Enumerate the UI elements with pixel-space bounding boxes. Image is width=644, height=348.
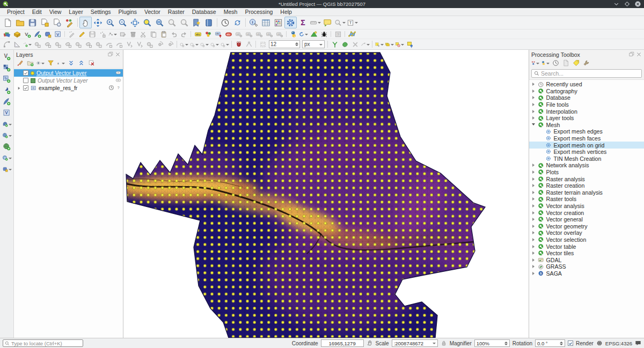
menu-edit[interactable]: Edit — [28, 9, 46, 15]
new-bookmark[interactable] — [191, 17, 203, 28]
toolbox-item-file-tools[interactable]: File tools — [529, 101, 644, 108]
menu-view[interactable]: View — [46, 9, 65, 15]
chevron-collapsed-icon[interactable] — [532, 258, 536, 262]
new-virtual-layer[interactable]: V — [53, 29, 63, 39]
new-temporary-scratch-layer[interactable] — [42, 29, 53, 39]
magnifier-spinner[interactable] — [504, 342, 508, 345]
open-project[interactable] — [14, 17, 26, 28]
chevron-collapsed-icon[interactable] — [532, 238, 536, 241]
toolbox-search[interactable] — [531, 69, 642, 78]
filter-by-expression[interactable]: ε — [56, 59, 65, 68]
layer-visibility-checkbox[interactable] — [23, 78, 28, 83]
add-raster-layer[interactable] — [2, 63, 12, 73]
chevron-collapsed-icon[interactable] — [532, 164, 536, 167]
toolbox-item-plots[interactable]: Plots — [529, 169, 644, 176]
split-features[interactable] — [124, 40, 134, 49]
add-vector-layer[interactable]: V — [2, 51, 12, 62]
layer-diagram-options[interactable] — [203, 29, 213, 39]
rectangle-from-extent[interactable] — [209, 40, 219, 49]
vertex-tool[interactable] — [107, 29, 118, 39]
options[interactable] — [581, 59, 591, 68]
toolbox-item-export-mesh-edges[interactable]: Export mesh edges — [529, 128, 644, 135]
chevron-expanded-icon[interactable] — [532, 122, 536, 127]
temporal-controller[interactable] — [219, 17, 231, 28]
menu-layer[interactable]: Layer — [65, 9, 86, 15]
digitize-with-segment[interactable] — [22, 40, 32, 49]
layer-labeling-options[interactable]: abc — [193, 29, 203, 39]
chevron-collapsed-icon[interactable] — [532, 191, 536, 194]
chevron-collapsed-icon[interactable] — [532, 83, 536, 86]
toggle-editing[interactable] — [77, 29, 87, 39]
collapse-all[interactable] — [76, 59, 86, 68]
select-features[interactable] — [374, 40, 384, 49]
lock-scale-icon[interactable] — [441, 340, 447, 346]
snapping-tolerance[interactable]: 12 — [269, 40, 300, 48]
toolbox-item-mesh[interactable]: Mesh — [529, 122, 644, 129]
toolbox-item-raster-terrain-analysis[interactable]: Raster terrain analysis — [529, 189, 644, 196]
redo[interactable] — [179, 29, 189, 39]
toolbox-item-export-mesh-on-grid[interactable]: Export mesh on grid — [529, 142, 644, 149]
save-project[interactable] — [26, 17, 39, 28]
zoom-out[interactable] — [116, 17, 129, 28]
select-by-location[interactable] — [405, 40, 415, 49]
minimize-button[interactable] — [613, 1, 620, 8]
new-spatialite-layer[interactable] — [32, 29, 42, 39]
curve-label[interactable]: ab — [264, 29, 274, 39]
digitize-mesh-elements[interactable] — [330, 40, 340, 49]
add-group[interactable] — [25, 59, 35, 68]
mesh-calculator[interactable] — [309, 29, 319, 39]
coordinate-input[interactable] — [323, 340, 362, 346]
rotate-point-symbols[interactable] — [155, 40, 165, 49]
toolbox-item-raster-tools[interactable]: Raster tools — [529, 196, 644, 203]
current-edits[interactable] — [67, 29, 77, 39]
data-source-manager[interactable] — [2, 29, 12, 39]
rotation-box[interactable]: 0.0 ° — [535, 339, 565, 347]
zoom-in[interactable] — [104, 17, 116, 28]
add-spatialite-layer[interactable] — [2, 130, 12, 140]
toolbox-item-raster-creation[interactable]: Raster creation — [529, 182, 644, 189]
toolbox-item-saga[interactable]: SSAGA — [529, 270, 644, 277]
expand-all[interactable] — [66, 59, 76, 68]
zoom-to-selection[interactable] — [141, 17, 153, 28]
rotate-feature[interactable] — [53, 40, 63, 49]
chevron-collapsed-icon[interactable] — [532, 184, 536, 187]
enable-snapping[interactable] — [233, 40, 244, 49]
show-snapping-grid[interactable] — [258, 40, 268, 49]
merge-selected-features[interactable] — [144, 40, 155, 49]
pin-unpin-labels[interactable]: abc — [213, 29, 223, 39]
chevron-collapsed-icon[interactable] — [532, 197, 536, 201]
toolbox-item-vector-selection[interactable]: Vector selection — [529, 236, 644, 243]
select-mesh-by-polygon[interactable] — [340, 40, 350, 49]
add-scratch-layer[interactable] — [2, 164, 12, 174]
remove-layer[interactable] — [86, 59, 96, 68]
mesh-digitizing[interactable] — [347, 29, 357, 39]
layout-manager[interactable] — [51, 17, 63, 28]
fill-ring[interactable] — [93, 40, 104, 49]
menu-plugins[interactable]: Plugins — [115, 9, 141, 15]
maximize-button[interactable] — [624, 1, 631, 8]
toolbox-close-icon[interactable] — [636, 51, 642, 57]
chevron-collapsed-icon[interactable] — [532, 272, 536, 275]
layer-indicator-help-icon[interactable]: ? — [115, 85, 121, 92]
add-delimited-text-layer[interactable] — [2, 85, 12, 95]
menu-mesh[interactable]: Mesh — [220, 9, 241, 15]
add-wfs-layer[interactable]: V — [2, 153, 12, 163]
save-layer-edits[interactable] — [87, 29, 97, 39]
text-annotation[interactable]: T — [346, 17, 358, 28]
toolbox-item-vector-general[interactable]: Vector general — [529, 216, 644, 223]
chevron-collapsed-icon[interactable] — [532, 204, 536, 208]
layer-visibility-checkbox[interactable] — [23, 85, 28, 91]
toolbox-item-vector-creation[interactable]: Vector creation — [529, 209, 644, 216]
map-tips[interactable] — [321, 17, 334, 28]
zoom-to-layer[interactable] — [153, 17, 166, 28]
chevron-collapsed-icon[interactable] — [532, 225, 536, 228]
snapping-unit[interactable]: px — [302, 40, 325, 48]
save-project-as[interactable] — [39, 17, 51, 28]
menu-database[interactable]: Database — [188, 9, 220, 15]
chevron-collapsed-icon[interactable] — [532, 171, 536, 174]
extents-mouse-icon[interactable] — [367, 340, 373, 346]
chevron-collapsed-icon[interactable] — [532, 177, 536, 181]
zoom-last[interactable] — [166, 17, 178, 28]
new-shapefile-layer[interactable]: V — [22, 29, 32, 39]
toolbox-search-input[interactable] — [541, 70, 639, 77]
